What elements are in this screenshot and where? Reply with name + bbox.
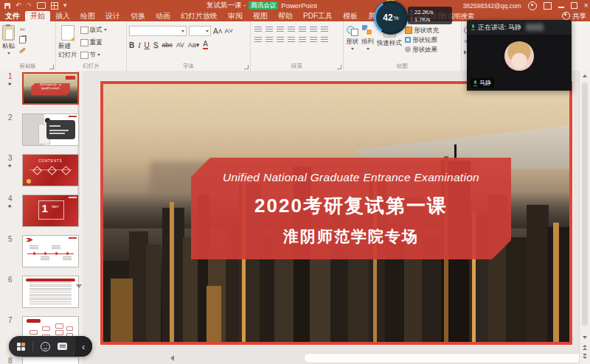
paragraph-tool-icon[interactable]	[297, 25, 307, 34]
paragraph-tool-icon[interactable]	[308, 35, 318, 44]
arrange-icon	[362, 25, 373, 36]
layout-button[interactable]: 版式	[80, 25, 107, 35]
paragraph-tool-icon[interactable]	[253, 25, 263, 34]
paragraph-tool-icon[interactable]	[264, 35, 274, 44]
tab-审阅[interactable]: 审阅	[223, 11, 248, 21]
paragraph-tool-icon[interactable]	[286, 35, 296, 44]
section-button[interactable]: 节	[80, 50, 107, 60]
strikethrough-button[interactable]: abc	[162, 41, 173, 49]
tab-开始[interactable]: 开始	[25, 11, 50, 21]
shrink-font-button[interactable]: A˅	[225, 27, 233, 35]
thumbnail-scroll-down-icon[interactable]	[76, 284, 82, 288]
redo-icon[interactable]: ↷	[27, 1, 32, 10]
grid-view-icon[interactable]	[51, 2, 58, 10]
copy-button[interactable]	[18, 35, 27, 44]
shapes-button[interactable]: 形状	[346, 24, 358, 50]
arrange-button[interactable]: 排列	[361, 24, 374, 50]
ribbon-options-icon[interactable]	[544, 2, 552, 10]
scroll-up-icon[interactable]	[583, 74, 587, 77]
slide-thumbnail-5[interactable]	[22, 235, 79, 267]
paste-button[interactable]: 粘贴	[2, 24, 15, 55]
paragraph-tool-icon[interactable]	[297, 35, 307, 44]
change-case-button[interactable]: Aa▾	[188, 41, 200, 49]
bold-button[interactable]: B	[129, 41, 134, 49]
font-color-button[interactable]: A	[203, 41, 208, 49]
grow-font-button[interactable]: A˄	[213, 27, 223, 35]
shape-outline-button[interactable]: 形状轮廓	[405, 35, 439, 44]
paragraph-tool-icon[interactable]	[275, 35, 285, 44]
tab-切换[interactable]: 切换	[125, 11, 150, 21]
dialog-launcher-icon[interactable]	[49, 65, 54, 69]
paragraph-tool-icon[interactable]	[308, 25, 318, 34]
shadow-button[interactable]: S	[153, 41, 159, 49]
thumbnail-row: 4★1PART	[0, 195, 83, 230]
emoji-icon[interactable]	[41, 342, 50, 351]
slide-thumbnail-4[interactable]: 1PART	[22, 195, 79, 227]
reset-button[interactable]: 重置	[80, 38, 107, 47]
participant-avatar	[504, 41, 534, 71]
paragraph-tool-icon[interactable]	[275, 25, 285, 34]
slide-thumbnail-2[interactable]	[22, 113, 79, 146]
more-caret-icon[interactable]: ▾	[63, 1, 67, 10]
font-name-select[interactable]	[129, 26, 187, 36]
char-spacing-button[interactable]: AV	[176, 41, 184, 49]
tab-动画[interactable]: 动画	[150, 11, 176, 21]
thumbnail-row: 6	[0, 276, 83, 311]
slide-thumbnail-8[interactable]	[22, 357, 79, 364]
shape-effects-button[interactable]: 形状效果	[405, 45, 439, 54]
tab-视图[interactable]: 视图	[248, 11, 273, 21]
tab-插入[interactable]: 插入	[50, 11, 75, 21]
dialog-launcher-icon[interactable]	[337, 65, 341, 69]
paragraph-tool-icon[interactable]	[319, 25, 329, 34]
apps-grid-icon[interactable]	[17, 343, 25, 351]
vertical-scroll-thumb[interactable]	[582, 83, 588, 326]
user-avatar-icon[interactable]	[528, 1, 537, 10]
vertical-scrollbar[interactable]	[579, 71, 590, 364]
cut-button[interactable]: ✂	[18, 25, 27, 34]
screen-share-toolbar[interactable]: ‹	[9, 336, 92, 357]
slide-thumbnail-3[interactable]: CONTENTS	[22, 154, 79, 186]
slide-thumbnail-panel: 1★2020考研复试第一课淮阴师范学院专场23★CONTENTS4★1PART5…	[0, 71, 83, 364]
tab-帮助[interactable]: 帮助	[273, 11, 298, 21]
font-size-select[interactable]	[189, 26, 211, 36]
dialog-launcher-icon[interactable]	[244, 65, 249, 69]
slideshow-icon[interactable]	[37, 2, 46, 9]
network-speed-indicator: ↑22.2K/s ↓1.7K/s	[408, 7, 452, 24]
tab-模板[interactable]: 模板	[338, 11, 363, 21]
tab-设计[interactable]: 设计	[100, 11, 125, 21]
minimize-icon[interactable]	[558, 7, 564, 8]
upload-arrow-icon: ↑	[410, 9, 413, 15]
participant-name-tag: 马静	[471, 78, 494, 88]
tencent-meeting-badge[interactable]: 腾讯会议	[249, 1, 278, 10]
slide-thumbnail-6[interactable]	[22, 276, 79, 308]
microphone-icon	[473, 80, 477, 86]
previous-slide-button[interactable]	[583, 345, 587, 350]
meeting-video-window[interactable]: 正在讲话: 马静 马静	[467, 20, 572, 91]
undo-icon[interactable]: ↶	[15, 1, 21, 10]
scroll-left-icon[interactable]	[170, 355, 174, 361]
tab-幻灯片放映[interactable]: 幻灯片放映	[176, 11, 223, 21]
paragraph-tool-icon[interactable]	[286, 25, 296, 34]
tab-PDF工具[interactable]: PDF工具	[298, 11, 338, 21]
scroll-down-icon[interactable]	[583, 336, 587, 339]
paragraph-tool-icon[interactable]	[253, 35, 263, 44]
performance-ring[interactable]: 42%	[374, 1, 408, 35]
close-icon[interactable]: ×	[584, 1, 589, 10]
format-painter-button[interactable]	[18, 46, 27, 55]
restore-icon[interactable]	[571, 2, 577, 9]
horizontal-scrollbar[interactable]	[304, 353, 590, 363]
tab-文件[interactable]: 文件	[0, 11, 25, 21]
current-slide[interactable]: Unified National Graduate Entrance Exami…	[100, 81, 572, 345]
italic-button[interactable]: I	[138, 41, 140, 49]
save-icon[interactable]	[4, 3, 10, 9]
paragraph-tool-icon[interactable]	[319, 35, 329, 44]
new-slide-button[interactable]: 新建幻灯片	[58, 24, 77, 60]
chat-icon[interactable]	[58, 343, 67, 350]
next-slide-button[interactable]	[583, 354, 587, 359]
shape-fill-button[interactable]: 形状填充	[405, 26, 439, 35]
slide-subtitle-cn: 淮阴师范学院专场	[191, 226, 511, 247]
underline-button[interactable]: U	[145, 41, 150, 49]
paragraph-tool-icon[interactable]	[264, 25, 274, 34]
slide-thumbnail-1[interactable]: 2020考研复试第一课淮阴师范学院专场	[22, 72, 79, 105]
tab-绘图[interactable]: 绘图	[75, 11, 100, 21]
